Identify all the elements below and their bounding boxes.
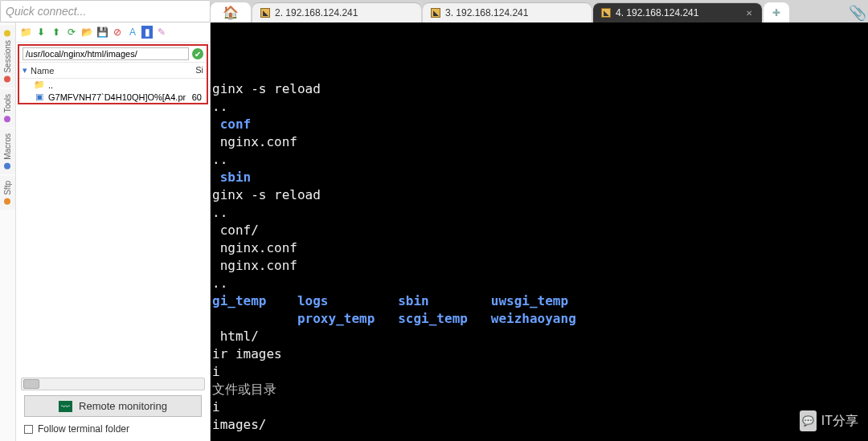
sftp-toolbar: 📁 ⬇ ⬆ ⟳ 📂 💾 ⊘ A ▮ ✎ [16,22,210,43]
monitor-icon: 〰 [59,401,72,412]
column-name[interactable]: Name [31,66,54,76]
text-a-icon[interactable]: A [126,26,139,39]
remote-monitoring-button[interactable]: 〰 Remote monitoring [24,395,202,417]
left-tab-sftp[interactable]: Sftp [0,176,15,210]
macros-icon [5,163,11,169]
status-ok-icon: ✔ [192,48,203,59]
tab-session-3[interactable]: ◣ 3. 192.168.124.241 [423,2,592,22]
file-list: 📁 .. ▣ G7MFVNH77`D4H10QH]O%[A4.png 60 [19,79,207,103]
tab-session-4[interactable]: ◣ 4. 192.168.124.241 ✕ [593,2,762,22]
tools-icon [5,116,11,122]
horizontal-scrollbar[interactable] [21,378,205,390]
left-tab-tools[interactable]: Tools [0,89,15,127]
sftp-panel: 📁 ⬇ ⬆ ⟳ 📂 💾 ⊘ A ▮ ✎ ✔ ▾ Name Si [16,22,211,441]
pin-icon [5,76,11,83]
left-tab-macros[interactable]: Macros [0,129,15,174]
tab-strip: ◣ 2. 192.168.124.241 ◣ 3. 192.168.124.24… [211,0,868,22]
left-tab-sessions[interactable]: Sessions [0,26,15,88]
terminal-icon: ◣ [601,8,611,18]
highlighted-region: ✔ ▾ Name Si 📁 .. ▣ G7MFVNH77`D4H10QH]O%[… [18,44,208,104]
left-tab-label: Sessions [3,40,12,73]
left-tab-label: Tools [3,94,12,112]
folder-icon[interactable]: 📁 [19,26,32,39]
home-icon [223,5,239,20]
save-icon[interactable]: 💾 [96,26,108,39]
new-tab-button[interactable]: ✚ [764,2,789,22]
tab-label: 3. 192.168.124.241 [445,7,528,18]
left-tab-label: Sftp [3,181,12,195]
sftp-path-input[interactable] [23,47,189,60]
wand-icon[interactable]: ✎ [155,26,168,39]
watermark-text: IT分享 [821,412,858,430]
highlight-icon[interactable]: ▮ [141,26,153,39]
tab-label: 4. 192.168.124.241 [616,7,698,18]
file-list-header[interactable]: ▾ Name Si [19,63,207,79]
file-name: G7MFVNH77`D4H10QH]O%[A4.png [48,92,186,102]
chevron-down-icon[interactable]: ▾ [23,65,27,76]
new-folder-icon[interactable]: 📂 [80,26,93,39]
follow-terminal-checkbox[interactable]: Follow terminal folder [24,423,202,435]
tab-home[interactable] [211,2,251,22]
refresh-icon[interactable]: ⟳ [65,26,78,39]
image-file-icon: ▣ [34,92,45,102]
file-size: 60 [186,92,202,102]
quick-connect-input[interactable]: Quick connect... [0,0,211,22]
tab-label: 2. 192.168.124.241 [275,7,358,18]
list-item-file[interactable]: ▣ G7MFVNH77`D4H10QH]O%[A4.png 60 [19,91,207,103]
upload-icon[interactable]: ⬆ [50,26,63,39]
sftp-path-bar: ✔ [19,46,207,63]
follow-terminal-label: Follow terminal folder [38,423,129,435]
close-icon[interactable]: ✕ [746,9,752,18]
left-tab-bar: Sessions Tools Macros Sftp [0,22,16,441]
download-icon[interactable]: ⬇ [35,26,47,39]
file-name: .. [48,80,186,90]
tab-session-2[interactable]: ◣ 2. 192.168.124.241 [252,2,421,22]
paperclip-icon[interactable]: 📎 [847,2,868,22]
column-size[interactable]: Si [187,65,203,76]
folder-up-icon: 📁 [34,80,45,90]
list-item-up[interactable]: 📁 .. [19,79,207,91]
star-icon [5,31,11,37]
terminal-pane[interactable]: 💬 IT分享 ginx -s reload.. conf nginx.conf.… [211,22,868,441]
wechat-icon: 💬 [800,410,817,431]
delete-icon[interactable]: ⊘ [111,26,124,39]
sftp-icon [5,198,11,205]
remote-monitoring-label: Remote monitoring [79,400,167,412]
terminal-icon: ◣ [260,8,270,18]
checkbox-icon [24,425,33,434]
terminal-icon: ◣ [431,8,440,18]
left-tab-label: Macros [3,133,12,160]
watermark: 💬 IT分享 [800,410,858,431]
